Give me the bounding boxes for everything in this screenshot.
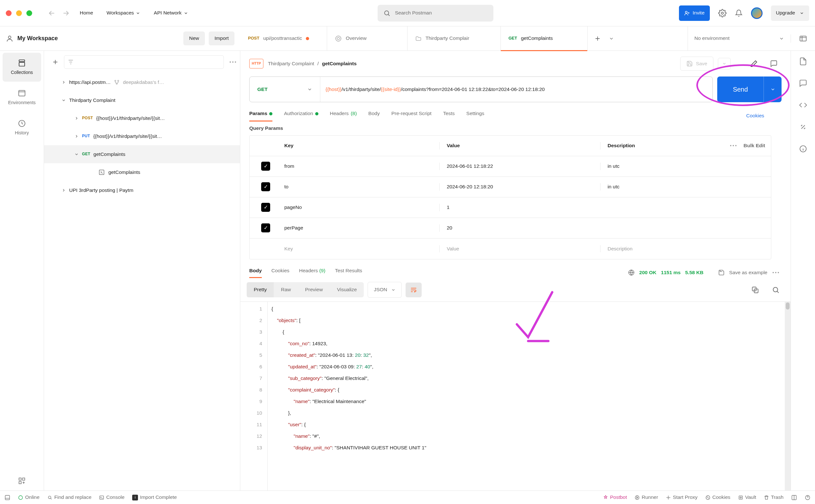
notifications-icon[interactable]: [735, 9, 743, 17]
view-pretty[interactable]: Pretty: [247, 282, 274, 297]
import-button[interactable]: Import: [209, 31, 234, 45]
request-item[interactable]: POST {{host}}/v1/thirdparty/site/{{sit…: [44, 109, 240, 127]
edit-name-button[interactable]: [746, 56, 762, 71]
zoom-window[interactable]: [26, 10, 32, 16]
invite-button[interactable]: Invite: [679, 5, 710, 21]
resp-tab-headers[interactable]: Headers (9): [299, 267, 325, 278]
workspace-name[interactable]: My Workspace: [17, 34, 58, 42]
upgrade-button[interactable]: Upgrade: [771, 5, 809, 21]
resp-tab-cookies[interactable]: Cookies: [271, 267, 289, 278]
view-preview[interactable]: Preview: [298, 282, 330, 297]
new-button[interactable]: New: [183, 31, 205, 45]
tab-overview[interactable]: Overview: [327, 26, 408, 51]
status-cookies[interactable]: Cookies: [705, 494, 730, 501]
status-findreplace[interactable]: Find and replace: [47, 494, 91, 501]
resp-tab-testresults[interactable]: Test Results: [335, 267, 362, 278]
help-icon[interactable]: [805, 495, 810, 500]
tab-thirdparty-complaint[interactable]: Thirdparty Complair: [408, 26, 501, 51]
scrollbar[interactable]: [785, 302, 791, 491]
save-example-button[interactable]: Save as example: [729, 269, 767, 276]
close-window[interactable]: [6, 10, 12, 16]
more-options-icon[interactable]: [229, 61, 237, 63]
tab-body[interactable]: Body: [368, 110, 379, 121]
send-button[interactable]: Send: [717, 77, 782, 102]
status-trash[interactable]: Trash: [764, 494, 783, 501]
status-import[interactable]: iImport Complete: [132, 494, 177, 501]
filter-input[interactable]: [64, 55, 224, 69]
save-button[interactable]: Save: [680, 57, 713, 71]
status-vault[interactable]: Vault: [738, 494, 756, 501]
env-quicklook[interactable]: [791, 34, 815, 43]
nav-environments[interactable]: Environments: [3, 83, 41, 112]
minimize-window[interactable]: [16, 10, 22, 16]
collection-item[interactable]: Thirdparty Complaint: [44, 91, 240, 109]
tab-posttransaction[interactable]: POST upi/posttransactic: [240, 26, 327, 51]
tab-settings[interactable]: Settings: [467, 110, 485, 121]
cookies-link[interactable]: Cookies: [746, 112, 764, 119]
nav-forward[interactable]: [62, 9, 70, 17]
checkbox-checked[interactable]: ✓: [261, 223, 270, 232]
request-item-selected[interactable]: GET getComplaints: [44, 145, 240, 163]
search-icon[interactable]: [772, 286, 780, 294]
method-dropdown[interactable]: GET: [249, 77, 320, 102]
request-item[interactable]: PUT {{host}}/v1/thirdparty/site/{{sit…: [44, 127, 240, 145]
status-console[interactable]: Console: [99, 494, 124, 501]
documentation-icon[interactable]: [799, 57, 807, 66]
view-visualize[interactable]: Visualize: [330, 282, 364, 297]
info-icon[interactable]: [799, 145, 807, 153]
tabs-chevron-down-icon[interactable]: [609, 36, 614, 41]
url-input[interactable]: {{host}}/v1/thirdparty/site/{{site-id}}/…: [320, 77, 712, 102]
new-tab-icon[interactable]: [594, 35, 601, 42]
related-icon[interactable]: [799, 123, 807, 131]
response-body[interactable]: 12345678910111213 { "objects": [ { "com_…: [240, 301, 791, 491]
view-raw[interactable]: Raw: [274, 282, 298, 297]
comments-button[interactable]: [766, 56, 782, 71]
comments-icon[interactable]: [799, 79, 807, 87]
tab-prerequest[interactable]: Pre-request Script: [391, 110, 432, 121]
bulk-edit-link[interactable]: Bulk Edit: [744, 142, 765, 149]
table-row[interactable]: ✓ to 2024-06-20 12:18:20 in utc: [249, 177, 771, 197]
checkbox-checked[interactable]: ✓: [261, 162, 270, 171]
checkbox-checked[interactable]: ✓: [261, 182, 270, 191]
nav-workspaces[interactable]: Workspaces: [103, 7, 144, 19]
add-icon[interactable]: [52, 59, 59, 66]
search-input[interactable]: Search Postman: [377, 5, 494, 22]
save-dropdown[interactable]: [718, 58, 731, 69]
tab-params[interactable]: Params: [249, 110, 272, 121]
nav-api-network[interactable]: API Network: [150, 7, 192, 19]
nav-home[interactable]: Home: [76, 7, 97, 19]
status-runner[interactable]: Runner: [635, 494, 658, 501]
table-row-empty[interactable]: Key Value Description: [249, 239, 771, 259]
more-options-icon[interactable]: [729, 144, 737, 147]
panel-icon[interactable]: [5, 495, 10, 500]
nav-history[interactable]: History: [3, 113, 41, 142]
tab-tests[interactable]: Tests: [443, 110, 455, 121]
more-options-icon[interactable]: [772, 271, 780, 274]
tab-headers[interactable]: Headers (8): [330, 110, 357, 121]
wrap-lines-button[interactable]: [405, 283, 422, 297]
status-online[interactable]: Online: [18, 494, 40, 501]
example-item[interactable]: getComplaints: [44, 163, 240, 181]
code-icon[interactable]: [799, 101, 807, 109]
settings-icon[interactable]: [718, 9, 727, 17]
nav-collections[interactable]: Collections: [3, 53, 41, 82]
send-dropdown[interactable]: [764, 77, 782, 102]
avatar[interactable]: [751, 7, 763, 19]
globe-icon[interactable]: [628, 269, 635, 276]
table-row[interactable]: ✓ from 2024-06-01 12:18:22 in utc: [249, 156, 771, 177]
tab-authorization[interactable]: Authorization: [284, 110, 318, 121]
copy-icon[interactable]: [751, 286, 759, 294]
nav-configure[interactable]: [3, 471, 41, 491]
breadcrumb[interactable]: Thirdparty Complaint / getComplaints: [268, 60, 357, 67]
status-proxy[interactable]: Start Proxy: [666, 494, 698, 501]
status-postbot[interactable]: Postbot: [603, 494, 627, 501]
checkbox-checked[interactable]: ✓: [261, 203, 270, 212]
tab-getcomplaints[interactable]: GET getComplaints: [501, 26, 588, 51]
collection-item[interactable]: https://api.postm… deepakdabas's f…: [44, 73, 240, 91]
table-row[interactable]: ✓ pageNo 1: [249, 197, 771, 218]
two-pane-icon[interactable]: [791, 495, 797, 500]
format-dropdown[interactable]: JSON: [367, 282, 401, 297]
resp-tab-body[interactable]: Body: [249, 267, 262, 278]
environment-dropdown[interactable]: No environment: [688, 26, 791, 51]
table-row[interactable]: ✓ perPage 20: [249, 218, 771, 239]
